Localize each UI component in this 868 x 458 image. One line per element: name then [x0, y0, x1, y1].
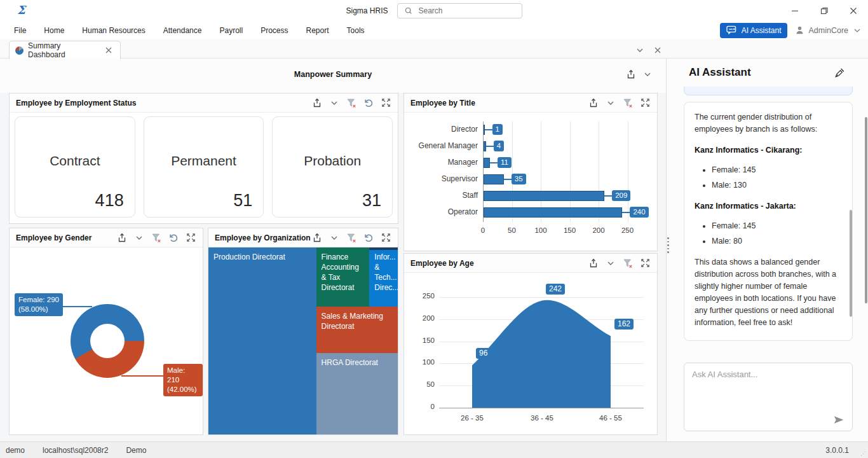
value-badge[interactable]: 1	[492, 124, 503, 135]
tab-summary-dashboard[interactable]: Summary Dashboard	[9, 41, 121, 59]
value-badge[interactable]: 4	[494, 141, 504, 151]
kpi-label: Contract	[15, 153, 135, 169]
panel-employee-by-age: Employee by Age 05010015020025026 - 3536…	[403, 253, 658, 435]
ai-input-box[interactable]	[684, 363, 853, 431]
value-badge[interactable]: 209	[612, 190, 630, 201]
kpi-value: 51	[233, 191, 252, 211]
filter-clear-icon[interactable]	[151, 232, 162, 244]
maximize-button[interactable]	[810, 0, 839, 21]
filter-clear-icon[interactable]	[346, 232, 357, 244]
treemap-tile-sales-marketing-directorat[interactable]: Sales & Marketing Directorat	[316, 307, 398, 353]
send-icon[interactable]	[833, 414, 844, 426]
resize-grip[interactable]: ⋰	[860, 450, 867, 457]
undo-icon[interactable]	[168, 232, 179, 244]
export-icon[interactable]	[116, 232, 128, 244]
global-search[interactable]	[397, 3, 522, 18]
panel-title: Employee by Age	[410, 259, 588, 268]
expand-icon[interactable]	[185, 232, 196, 244]
undo-icon[interactable]	[363, 232, 374, 244]
dropdown-icon[interactable]	[133, 232, 145, 244]
export-icon[interactable]	[311, 97, 323, 109]
tab-close-icon[interactable]	[103, 45, 114, 56]
tile-strip	[369, 247, 398, 250]
bar-supervisor[interactable]	[484, 174, 504, 184]
menu-process[interactable]: Process	[252, 21, 297, 39]
dashboard-title: Manpower Summary	[0, 70, 666, 79]
menu-home[interactable]: Home	[35, 21, 73, 39]
export-icon[interactable]	[625, 69, 637, 80]
kpi-card-probation[interactable]: Probation31	[272, 116, 393, 218]
export-icon[interactable]	[588, 97, 599, 109]
ai-input-field[interactable]	[684, 363, 852, 412]
treemap-tile-finance-accounting-tax-directorat[interactable]: Finance Accounting & Tax Directorat	[316, 247, 370, 307]
bar-operator[interactable]	[484, 207, 622, 218]
value-badge[interactable]: 240	[630, 207, 648, 218]
expand-icon[interactable]	[639, 258, 651, 269]
expand-icon[interactable]	[380, 232, 391, 244]
menu-human-resources[interactable]: Human Resources	[73, 21, 154, 39]
tab-list-chevron-icon[interactable]	[634, 45, 646, 56]
value-badge[interactable]: 35	[512, 174, 526, 184]
expand-icon[interactable]	[380, 97, 391, 109]
version-label: 3.0.0.1	[825, 446, 849, 455]
undo-icon[interactable]	[363, 97, 374, 109]
user-menu[interactable]: AdminCore	[794, 25, 863, 36]
menu-file[interactable]: File	[5, 21, 35, 39]
value-badge[interactable]: 162	[614, 319, 634, 330]
clear-conversation-icon[interactable]	[834, 67, 845, 78]
close-button[interactable]	[839, 0, 868, 21]
category-label: Staff	[407, 191, 478, 200]
value-badge[interactable]: 11	[498, 157, 512, 168]
export-icon[interactable]	[311, 232, 323, 244]
statusbar-item: demo	[6, 446, 25, 455]
kpi-label: Permanent	[144, 153, 264, 169]
kpi-card-contract[interactable]: Contract418	[15, 116, 135, 218]
filter-clear-icon[interactable]	[622, 258, 634, 269]
minimize-button[interactable]	[780, 0, 810, 21]
x-tick-label: 100	[531, 226, 551, 234]
category-label: Director	[407, 125, 478, 134]
tab-strip-close-icon[interactable]	[652, 45, 663, 56]
panel-title: Employee by Employment Status	[16, 99, 311, 108]
treemap-tile-production-directorat[interactable]: Production Directorat	[208, 247, 316, 434]
dropdown-icon[interactable]	[642, 69, 653, 80]
dropdown-icon[interactable]	[329, 232, 340, 244]
user-message-bubble	[684, 87, 853, 95]
ai-assistant-button[interactable]: AI Assistant	[720, 23, 788, 38]
message-scrollbar[interactable]	[850, 210, 852, 317]
kpi-card-permanent[interactable]: Permanent51	[144, 116, 264, 218]
x-tick-label: 36 - 45	[520, 414, 564, 422]
menu-report[interactable]: Report	[297, 21, 338, 39]
title-bar: Σ Sigma HRIS	[0, 0, 868, 21]
donut-slice[interactable]	[71, 304, 144, 378]
search-input[interactable]	[419, 6, 508, 15]
dropdown-icon[interactable]	[605, 97, 616, 109]
bar-staff[interactable]	[484, 191, 604, 201]
expand-icon[interactable]	[639, 97, 651, 109]
panel-scrollbar[interactable]	[865, 117, 867, 303]
export-icon[interactable]	[588, 258, 599, 269]
statusbar-item: Demo	[126, 446, 146, 455]
filter-clear-icon[interactable]	[622, 97, 634, 109]
ai-assistant-panel: AI Assistant The current gender distribu…	[670, 59, 868, 441]
area-chart: 05010015020025026 - 3536 - 4546 - 559624…	[404, 273, 657, 434]
area-series[interactable]	[404, 273, 657, 434]
chat-icon	[726, 25, 738, 36]
badge-connector	[622, 212, 630, 213]
menu-attendance[interactable]: Attendance	[154, 21, 211, 39]
kpi-value: 418	[95, 191, 124, 211]
dropdown-icon[interactable]	[605, 258, 616, 269]
message-list-item: Female: 145	[712, 164, 842, 176]
bar-manager[interactable]	[484, 158, 490, 168]
menu-payroll[interactable]: Payroll	[210, 21, 252, 39]
value-badge[interactable]: 242	[546, 284, 565, 295]
dropdown-icon[interactable]	[329, 97, 340, 109]
panel-title: Employee by Title	[410, 99, 588, 108]
treemap-tile-infor-[interactable]: Infor... & Tech... Direc...	[369, 247, 398, 307]
menu-tools[interactable]: Tools	[338, 21, 374, 39]
treemap-tile-hrga-directorat[interactable]: HRGA Directorat	[316, 353, 398, 434]
filter-clear-icon[interactable]	[346, 97, 357, 109]
app-title: Sigma HRIS	[346, 6, 388, 15]
assistant-message: The current gender distribution of emplo…	[684, 102, 853, 341]
value-badge[interactable]: 96	[476, 348, 491, 359]
